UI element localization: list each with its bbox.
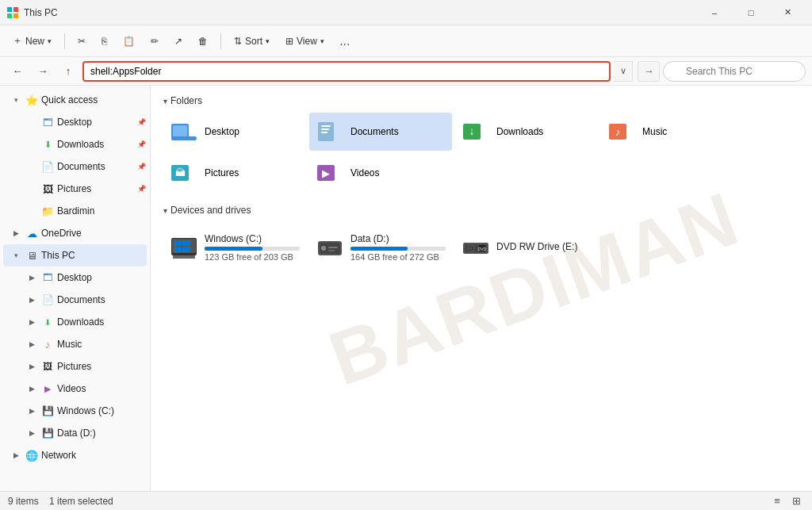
sidebar-item-downloads[interactable]: ⬇ Downloads 📌 xyxy=(19,133,147,155)
network-expand-icon: ▶ xyxy=(10,449,22,462)
thispc-datad-icon: 💾 xyxy=(41,427,54,439)
new-icon: ＋ xyxy=(13,34,22,48)
search-input[interactable] xyxy=(663,61,806,82)
list-view-icon[interactable]: ≡ xyxy=(769,493,785,509)
share-button[interactable]: ↗ xyxy=(168,29,189,53)
sidebar-item-onedrive[interactable]: ▶ ☁ OneDrive xyxy=(3,222,147,244)
grid-view-icon[interactable]: ⊞ xyxy=(788,493,804,509)
drive-data-space: 164 GB free of 272 GB xyxy=(350,252,446,262)
onedrive-label: OneDrive xyxy=(41,228,147,239)
bardimin-label: Bardimin xyxy=(57,205,147,217)
svg-point-36 xyxy=(469,247,473,250)
sidebar-item-thispc-downloads[interactable]: ▶ ⬇ Downloads xyxy=(19,311,147,333)
cut-button[interactable]: ✂ xyxy=(71,29,92,53)
sidebar-item-thispc-music[interactable]: ▶ ♪ Music xyxy=(19,333,147,355)
onedrive-expand-icon: ▶ xyxy=(10,227,22,240)
drive-windows-bar-bg xyxy=(205,247,300,251)
thispc-pictures-icon: 🖼 xyxy=(41,360,54,373)
sort-chevron-icon: ▾ xyxy=(266,37,270,45)
drive-item-dvd-e[interactable]: DVD DVD RW Drive (E:) xyxy=(455,222,598,273)
folders-chevron-icon: ▾ xyxy=(163,97,167,105)
folder-desktop-icon xyxy=(170,117,198,146)
sidebar-item-thispc-videos[interactable]: ▶ ▶ Videos xyxy=(19,378,147,400)
sidebar: ▾ ⭐ Quick access 🗔 Desktop 📌 ⬇ Downloads… xyxy=(0,86,151,491)
svg-rect-30 xyxy=(328,250,335,251)
svg-rect-2 xyxy=(7,13,12,18)
sidebar-item-bardimin[interactable]: 📁 Bardimin xyxy=(19,200,147,222)
svg-rect-6 xyxy=(171,136,197,140)
drive-windows-name: Windows (C:) xyxy=(205,233,300,244)
copy-button[interactable]: ⎘ xyxy=(95,29,113,53)
pictures-expand-placeholder xyxy=(25,182,38,195)
address-go-button[interactable]: → xyxy=(638,61,660,82)
maximize-button[interactable]: □ xyxy=(733,0,769,25)
status-bar: 9 items 1 item selected ≡ ⊞ xyxy=(0,491,812,510)
sidebar-item-thispc[interactable]: ▾ 🖥 This PC xyxy=(3,244,147,267)
minimize-button[interactable]: – xyxy=(696,0,733,25)
folder-item-documents[interactable]: Documents xyxy=(309,113,452,151)
drives-section-label: Devices and drives xyxy=(170,205,251,216)
folders-section-label: Folders xyxy=(170,95,202,106)
close-button[interactable]: ✕ xyxy=(769,0,806,25)
address-bar[interactable] xyxy=(82,61,611,82)
content-area: ▾ Folders Desktop xyxy=(151,86,812,491)
more-button[interactable]: ... xyxy=(334,30,356,52)
network-icon: 🌐 xyxy=(25,449,38,462)
folder-desktop-label: Desktop xyxy=(205,126,239,137)
thispc-expand-icon: ▾ xyxy=(10,249,22,262)
folder-item-pictures[interactable]: 🏔 Pictures xyxy=(163,154,306,192)
sidebar-item-quickaccess[interactable]: ▾ ⭐ Quick access xyxy=(3,89,147,111)
new-chevron-icon: ▾ xyxy=(48,37,52,45)
new-button[interactable]: ＋ New ▾ xyxy=(6,29,58,53)
thispc-downloads-icon: ⬇ xyxy=(41,316,54,328)
sidebar-item-network[interactable]: ▶ 🌐 Network xyxy=(3,444,147,466)
sidebar-item-thispc-datad[interactable]: ▶ 💾 Data (D:) xyxy=(19,422,147,444)
sidebar-item-pictures[interactable]: 🖼 Pictures 📌 xyxy=(19,178,147,200)
sort-icon: ⇅ xyxy=(234,36,242,47)
delete-button[interactable]: 🗑 xyxy=(192,29,214,53)
paste-button[interactable]: 📋 xyxy=(117,29,141,53)
drive-item-windows-c[interactable]: Windows (C:) 123 GB free of 203 GB xyxy=(163,222,306,273)
thispc-documents-expand: ▶ xyxy=(25,293,38,306)
thispc-pictures-expand: ▶ xyxy=(25,360,38,373)
rename-button[interactable]: ✏ xyxy=(144,29,165,53)
back-button[interactable]: ← xyxy=(6,60,29,82)
sidebar-item-thispc-desktop[interactable]: ▶ 🗔 Desktop xyxy=(19,267,147,289)
address-input[interactable] xyxy=(90,66,603,77)
search-wrapper: 🔍 xyxy=(663,61,806,82)
title-bar-controls: – □ ✕ xyxy=(696,0,806,25)
address-dropdown-button[interactable]: ∨ xyxy=(614,61,633,82)
sidebar-item-thispc-pictures[interactable]: ▶ 🖼 Pictures xyxy=(19,355,147,378)
quickaccess-expand-icon: ▾ xyxy=(10,94,22,106)
documents-pin-icon: 📌 xyxy=(136,161,147,172)
network-label: Network xyxy=(41,450,147,461)
folder-downloads-icon: ↓ xyxy=(462,117,490,146)
thispc-windowsc-label: Windows (C:) xyxy=(57,405,147,416)
desktop-label: Desktop xyxy=(57,117,132,128)
thispc-music-icon: ♪ xyxy=(41,338,54,351)
forward-button[interactable]: → xyxy=(32,60,54,82)
folder-music-label: Music xyxy=(642,126,667,137)
view-button[interactable]: ⊞ View ▾ xyxy=(279,29,331,53)
drives-chevron-icon: ▾ xyxy=(163,206,167,215)
folder-item-desktop[interactable]: Desktop xyxy=(163,113,306,151)
sidebar-item-desktop[interactable]: 🗔 Desktop 📌 xyxy=(19,111,147,133)
sort-button[interactable]: ⇅ Sort ▾ xyxy=(228,29,276,53)
sidebar-item-thispc-documents[interactable]: ▶ 📄 Documents xyxy=(19,289,147,311)
folder-item-videos[interactable]: ▶ Videos xyxy=(309,154,452,192)
thispc-videos-label: Videos xyxy=(57,383,147,394)
drive-data-bar-bg xyxy=(350,247,446,251)
folder-item-music[interactable]: ♪ Music xyxy=(601,113,744,151)
thispc-videos-icon: ▶ xyxy=(41,382,54,395)
sidebar-item-thispc-windowsc[interactable]: ▶ 💾 Windows (C:) xyxy=(19,400,147,422)
folder-item-downloads[interactable]: ↓ Downloads xyxy=(455,113,598,151)
svg-rect-8 xyxy=(321,125,331,127)
sidebar-item-documents[interactable]: 📄 Documents 📌 xyxy=(19,155,147,178)
delete-icon: 🗑 xyxy=(198,36,208,47)
drive-item-data-d[interactable]: Data (D:) 164 GB free of 272 GB xyxy=(309,222,452,273)
up-button[interactable]: ↑ xyxy=(57,60,79,82)
folder-videos-icon: ▶ xyxy=(316,159,344,187)
svg-rect-3 xyxy=(13,13,18,18)
downloads-icon: ⬇ xyxy=(41,138,54,151)
copy-icon: ⎘ xyxy=(102,36,107,47)
